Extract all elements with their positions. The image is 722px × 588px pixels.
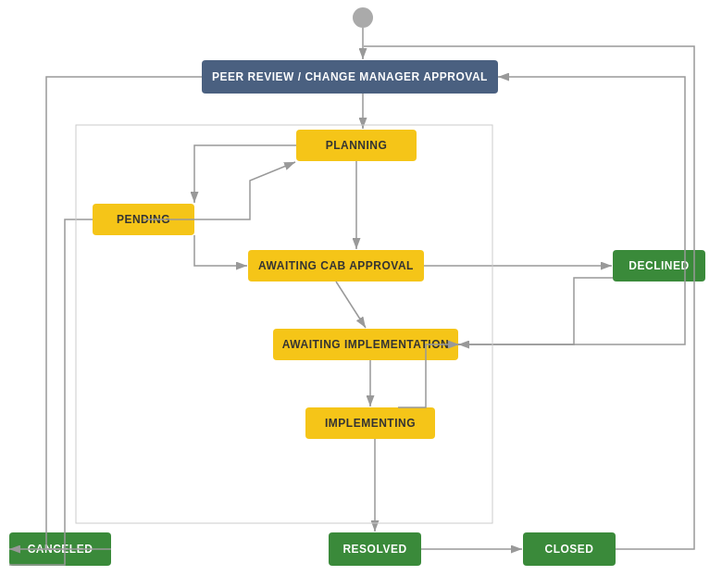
planning-node: PLANNING (296, 130, 417, 161)
canceled-node: CANCELED (9, 532, 111, 566)
svg-line-5 (336, 281, 366, 328)
implementing-node: IMPLEMENTING (305, 407, 435, 439)
start-node (353, 7, 373, 28)
svg-rect-10 (76, 125, 492, 523)
closed-node: CLOSED (523, 532, 616, 566)
declined-node: DECLINED (613, 250, 705, 281)
awaiting-cab-node: AWAITING CAB APPROVAL (248, 250, 424, 281)
peer-review-node: PEER REVIEW / CHANGE MANAGER APPROVAL (202, 60, 498, 94)
workflow-diagram: PEER REVIEW / CHANGE MANAGER APPROVAL PL… (0, 0, 722, 588)
pending-node: PENDING (93, 204, 194, 235)
awaiting-impl-node: AWAITING IMPLEMENTATION (273, 329, 458, 360)
resolved-node: RESOLVED (329, 532, 421, 566)
